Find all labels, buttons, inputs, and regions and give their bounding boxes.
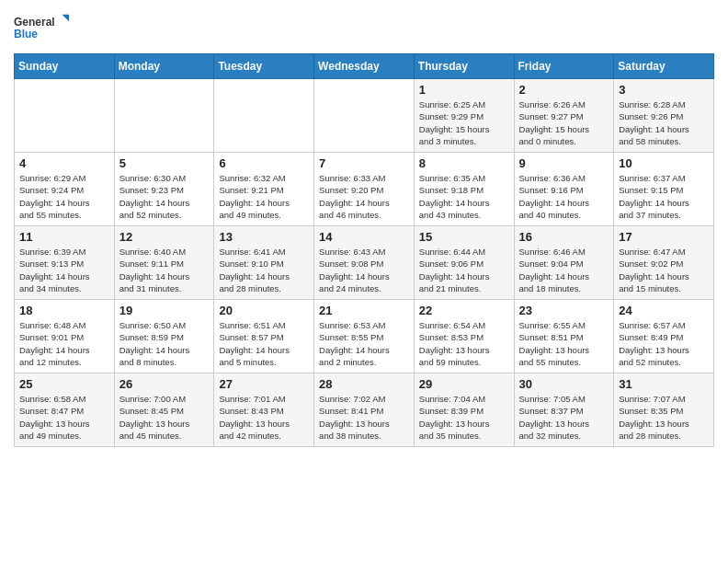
day-number: 31 (619, 377, 709, 391)
day-info: Sunrise: 6:57 AM Sunset: 8:49 PM Dayligh… (619, 319, 709, 368)
day-number: 13 (219, 230, 309, 244)
calendar-cell: 26Sunrise: 7:00 AM Sunset: 8:45 PM Dayli… (114, 373, 214, 447)
calendar-cell: 8Sunrise: 6:35 AM Sunset: 9:18 PM Daylig… (414, 153, 514, 226)
day-number: 8 (419, 156, 509, 170)
calendar-week-row: 25Sunrise: 6:58 AM Sunset: 8:47 PM Dayli… (15, 373, 714, 447)
day-info: Sunrise: 7:07 AM Sunset: 8:35 PM Dayligh… (619, 393, 709, 442)
day-number: 11 (19, 230, 109, 244)
calendar-week-row: 18Sunrise: 6:48 AM Sunset: 9:01 PM Dayli… (15, 300, 714, 373)
day-info: Sunrise: 6:44 AM Sunset: 9:06 PM Dayligh… (419, 246, 509, 294)
day-info: Sunrise: 6:47 AM Sunset: 9:02 PM Dayligh… (619, 246, 709, 294)
calendar-cell: 10Sunrise: 6:37 AM Sunset: 9:15 PM Dayli… (614, 153, 714, 226)
day-number: 6 (219, 156, 309, 170)
calendar-cell: 29Sunrise: 7:04 AM Sunset: 8:39 PM Dayli… (414, 373, 514, 447)
day-info: Sunrise: 6:53 AM Sunset: 8:55 PM Dayligh… (319, 319, 409, 368)
day-number: 25 (19, 377, 109, 391)
day-number: 22 (419, 304, 509, 317)
day-number: 20 (219, 304, 309, 317)
page-header: General Blue (14, 9, 714, 46)
calendar-cell: 11Sunrise: 6:39 AM Sunset: 9:13 PM Dayli… (15, 226, 115, 300)
day-info: Sunrise: 6:46 AM Sunset: 9:04 PM Dayligh… (519, 246, 609, 294)
calendar-cell: 30Sunrise: 7:05 AM Sunset: 8:37 PM Dayli… (514, 373, 614, 447)
day-info: Sunrise: 7:04 AM Sunset: 8:39 PM Dayligh… (419, 393, 509, 442)
day-info: Sunrise: 7:00 AM Sunset: 8:45 PM Dayligh… (119, 393, 210, 442)
day-number: 12 (119, 230, 210, 244)
calendar-cell (114, 79, 214, 153)
svg-text:General: General (14, 16, 55, 29)
calendar-table: SundayMondayTuesdayWednesdayThursdayFrid… (14, 53, 714, 447)
svg-marker-2 (63, 15, 70, 22)
day-number: 10 (619, 156, 709, 170)
calendar-cell: 2Sunrise: 6:26 AM Sunset: 9:27 PM Daylig… (514, 79, 614, 153)
weekday-header-thursday: Thursday (414, 54, 514, 79)
day-info: Sunrise: 7:05 AM Sunset: 8:37 PM Dayligh… (519, 393, 609, 442)
day-number: 5 (119, 156, 210, 170)
calendar-cell: 15Sunrise: 6:44 AM Sunset: 9:06 PM Dayli… (414, 226, 514, 300)
day-info: Sunrise: 7:01 AM Sunset: 8:43 PM Dayligh… (219, 393, 309, 442)
calendar-week-row: 11Sunrise: 6:39 AM Sunset: 9:13 PM Dayli… (15, 226, 714, 300)
day-info: Sunrise: 6:48 AM Sunset: 9:01 PM Dayligh… (19, 319, 109, 368)
calendar-cell: 14Sunrise: 6:43 AM Sunset: 9:08 PM Dayli… (314, 226, 415, 300)
calendar-cell: 22Sunrise: 6:54 AM Sunset: 8:53 PM Dayli… (414, 300, 514, 373)
day-number: 9 (519, 156, 609, 170)
day-info: Sunrise: 6:43 AM Sunset: 9:08 PM Dayligh… (319, 246, 409, 294)
day-number: 28 (319, 377, 409, 391)
calendar-cell: 12Sunrise: 6:40 AM Sunset: 9:11 PM Dayli… (114, 226, 214, 300)
calendar-cell: 28Sunrise: 7:02 AM Sunset: 8:41 PM Dayli… (314, 373, 415, 447)
day-number: 2 (519, 83, 609, 97)
day-number: 7 (319, 156, 409, 170)
calendar-week-row: 4Sunrise: 6:29 AM Sunset: 9:24 PM Daylig… (15, 153, 714, 226)
day-number: 18 (19, 304, 109, 317)
weekday-header-friday: Friday (514, 54, 614, 79)
day-number: 16 (519, 230, 609, 244)
calendar-cell: 31Sunrise: 7:07 AM Sunset: 8:35 PM Dayli… (614, 373, 714, 447)
calendar-week-row: 1Sunrise: 6:25 AM Sunset: 9:29 PM Daylig… (15, 79, 714, 153)
weekday-header-sunday: Sunday (15, 54, 115, 79)
day-number: 4 (19, 156, 109, 170)
calendar-cell: 19Sunrise: 6:50 AM Sunset: 8:59 PM Dayli… (114, 300, 214, 373)
day-number: 14 (319, 230, 409, 244)
day-info: Sunrise: 6:37 AM Sunset: 9:15 PM Dayligh… (619, 172, 709, 221)
day-number: 1 (419, 83, 509, 97)
day-number: 19 (119, 304, 210, 317)
day-info: Sunrise: 6:39 AM Sunset: 9:13 PM Dayligh… (19, 246, 109, 294)
calendar-cell: 3Sunrise: 6:28 AM Sunset: 9:26 PM Daylig… (614, 79, 714, 153)
day-number: 30 (519, 377, 609, 391)
calendar-cell: 1Sunrise: 6:25 AM Sunset: 9:29 PM Daylig… (414, 79, 514, 153)
weekday-header-saturday: Saturday (614, 54, 714, 79)
day-info: Sunrise: 6:50 AM Sunset: 8:59 PM Dayligh… (119, 319, 210, 368)
logo: General Blue (14, 9, 69, 46)
day-info: Sunrise: 6:35 AM Sunset: 9:18 PM Dayligh… (419, 172, 509, 221)
day-info: Sunrise: 6:29 AM Sunset: 9:24 PM Dayligh… (19, 172, 109, 221)
day-info: Sunrise: 6:30 AM Sunset: 9:23 PM Dayligh… (119, 172, 210, 221)
calendar-cell: 13Sunrise: 6:41 AM Sunset: 9:10 PM Dayli… (214, 226, 314, 300)
calendar-cell: 5Sunrise: 6:30 AM Sunset: 9:23 PM Daylig… (114, 153, 214, 226)
day-info: Sunrise: 6:26 AM Sunset: 9:27 PM Dayligh… (519, 98, 609, 147)
day-info: Sunrise: 7:02 AM Sunset: 8:41 PM Dayligh… (319, 393, 409, 442)
weekday-header-monday: Monday (114, 54, 214, 79)
calendar-cell: 27Sunrise: 7:01 AM Sunset: 8:43 PM Dayli… (214, 373, 314, 447)
calendar-cell: 24Sunrise: 6:57 AM Sunset: 8:49 PM Dayli… (614, 300, 714, 373)
calendar-cell (15, 79, 115, 153)
day-info: Sunrise: 6:33 AM Sunset: 9:20 PM Dayligh… (319, 172, 409, 221)
day-number: 27 (219, 377, 309, 391)
day-info: Sunrise: 6:54 AM Sunset: 8:53 PM Dayligh… (419, 319, 509, 368)
day-info: Sunrise: 6:40 AM Sunset: 9:11 PM Dayligh… (119, 246, 210, 294)
day-number: 15 (419, 230, 509, 244)
day-info: Sunrise: 6:55 AM Sunset: 8:51 PM Dayligh… (519, 319, 609, 368)
day-info: Sunrise: 6:36 AM Sunset: 9:16 PM Dayligh… (519, 172, 609, 221)
day-info: Sunrise: 6:51 AM Sunset: 8:57 PM Dayligh… (219, 319, 309, 368)
weekday-header-wednesday: Wednesday (314, 54, 415, 79)
day-info: Sunrise: 6:25 AM Sunset: 9:29 PM Dayligh… (419, 98, 509, 147)
calendar-cell (214, 79, 314, 153)
calendar-cell: 17Sunrise: 6:47 AM Sunset: 9:02 PM Dayli… (614, 226, 714, 300)
day-number: 24 (619, 304, 709, 317)
calendar-cell: 7Sunrise: 6:33 AM Sunset: 9:20 PM Daylig… (314, 153, 415, 226)
day-info: Sunrise: 6:41 AM Sunset: 9:10 PM Dayligh… (219, 246, 309, 294)
day-number: 21 (319, 304, 409, 317)
calendar-cell: 20Sunrise: 6:51 AM Sunset: 8:57 PM Dayli… (214, 300, 314, 373)
weekday-header-row: SundayMondayTuesdayWednesdayThursdayFrid… (15, 54, 714, 79)
calendar-cell: 6Sunrise: 6:32 AM Sunset: 9:21 PM Daylig… (214, 153, 314, 226)
weekday-header-tuesday: Tuesday (214, 54, 314, 79)
calendar-cell: 25Sunrise: 6:58 AM Sunset: 8:47 PM Dayli… (15, 373, 115, 447)
